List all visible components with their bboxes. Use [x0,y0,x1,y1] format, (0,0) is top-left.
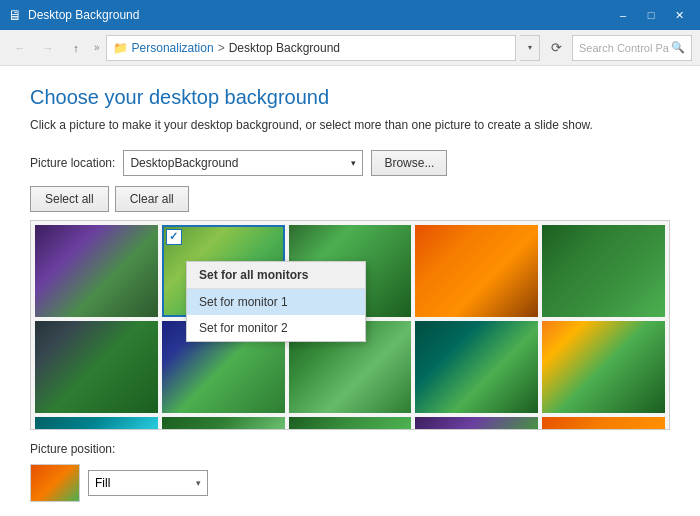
list-item[interactable] [542,321,665,413]
clear-all-button[interactable]: Clear all [115,186,189,212]
breadcrumb-dropdown[interactable]: ▾ [520,35,540,61]
context-menu: Set for all monitors Set for monitor 1 S… [186,261,366,342]
list-item[interactable] [415,321,538,413]
list-item[interactable] [415,225,538,317]
back-button[interactable]: ← [8,36,32,60]
context-menu-header: Set for all monitors [187,262,365,289]
position-preview-image [31,465,79,501]
title-bar: 🖥 Desktop Background – □ ✕ [0,0,700,30]
action-buttons: Select all Clear all [30,186,670,212]
page-title: Choose your desktop background [30,86,670,109]
app-icon: 🖥 [8,7,22,23]
list-item[interactable] [162,417,285,430]
picture-location-value: DesktopBackground [130,156,238,170]
search-bar: Search Control Pa 🔍 [572,35,692,61]
forward-button[interactable]: → [36,36,60,60]
list-item[interactable] [415,417,538,430]
select-all-button[interactable]: Select all [30,186,109,212]
list-item[interactable] [35,225,158,317]
list-item[interactable] [289,417,412,430]
selected-checkmark [166,229,182,245]
close-button[interactable]: ✕ [666,5,692,25]
breadcrumb-part1[interactable]: Personalization [132,41,214,55]
picture-position-section: Picture position: Fill ▾ [30,442,670,502]
position-dropdown[interactable]: Fill ▾ [88,470,208,496]
context-menu-item-monitor1[interactable]: Set for monitor 1 [187,289,365,315]
picture-location-dropdown[interactable]: DesktopBackground ▾ [123,150,363,176]
refresh-button[interactable]: ⟳ [544,36,568,60]
list-item[interactable] [542,417,665,430]
maximize-button[interactable]: □ [638,5,664,25]
search-icon[interactable]: 🔍 [671,41,685,54]
browse-button[interactable]: Browse... [371,150,447,176]
breadcrumb: 📁 Personalization > Desktop Background [106,35,516,61]
window-title: Desktop Background [28,8,604,22]
minimize-button[interactable]: – [610,5,636,25]
position-value: Fill [95,476,110,490]
nav-bar: ← → ↑ » 📁 Personalization > Desktop Back… [0,30,700,66]
list-item[interactable] [35,321,158,413]
window-controls: – □ ✕ [610,5,692,25]
picture-location-row: Picture location: DesktopBackground ▾ Br… [30,150,670,176]
main-content: Choose your desktop background Click a p… [0,66,700,516]
dropdown-arrow-icon: ▾ [351,158,356,168]
picture-location-label: Picture location: [30,156,115,170]
position-preview [30,464,80,502]
up-button[interactable]: ↑ [64,36,88,60]
context-menu-item-monitor2[interactable]: Set for monitor 2 [187,315,365,341]
list-item[interactable] [542,225,665,317]
breadcrumb-current: Desktop Background [229,41,340,55]
list-item[interactable] [35,417,158,430]
image-grid-container: Set for all monitors Set for monitor 1 S… [30,220,670,430]
picture-position-row: Fill ▾ [30,464,670,502]
position-dropdown-arrow-icon: ▾ [196,478,201,488]
search-placeholder: Search Control Pa [579,42,669,54]
page-subtitle: Click a picture to make it your desktop … [30,117,670,134]
breadcrumb-sep1: > [218,41,225,55]
picture-position-label: Picture position: [30,442,670,456]
